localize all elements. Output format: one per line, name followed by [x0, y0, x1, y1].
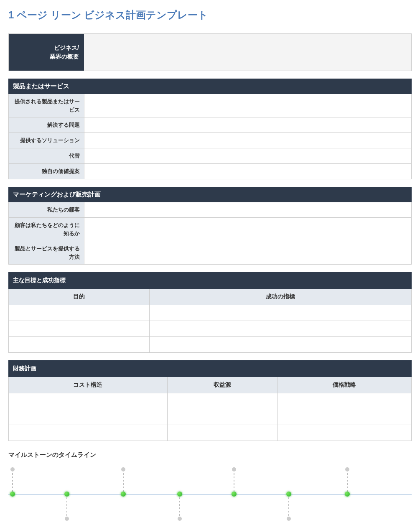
financial-cell[interactable]	[9, 393, 168, 409]
financial-cell[interactable]	[277, 393, 411, 409]
objectives-cell[interactable]	[150, 337, 412, 353]
marketing-sales-header: マーケティングおよび販売計画	[8, 187, 412, 202]
milestone-stem	[179, 494, 180, 518]
product-service-section: 製品またはサービス 提供される製品またはサービス解決する問題提供するソリューショ…	[8, 79, 412, 179]
financial-col-2: 価格戦略	[277, 377, 411, 393]
financial-section: 財務計画 コスト構造 収益源 価格戦略	[8, 360, 412, 441]
overview-value[interactable]	[84, 34, 411, 71]
product-service-row-label: 提供される製品またはサービス	[9, 94, 84, 117]
milestone-stem	[347, 470, 348, 494]
milestone-end-dot	[121, 467, 125, 471]
financial-col-0: コスト構造	[9, 377, 168, 393]
financial-header: 財務計画	[9, 361, 412, 377]
milestone-stem	[234, 470, 234, 494]
page-title: 1 ページ リーン ビジネス計画テンプレート	[8, 8, 412, 22]
objectives-cell[interactable]	[9, 321, 150, 337]
product-service-row: 提供するソリューション	[8, 133, 412, 148]
objectives-col-0: 目的	[9, 289, 150, 305]
milestone-timeline	[8, 466, 412, 524]
milestone-point-icon	[10, 492, 15, 497]
financial-cell[interactable]	[9, 409, 168, 425]
milestone-stem	[288, 494, 289, 518]
financial-cell[interactable]	[277, 409, 411, 425]
marketing-sales-row-label: 顧客は私たちをどのように知るか	[9, 218, 84, 241]
marketing-sales-row: 製品とサービスを提供する方法	[8, 241, 412, 265]
milestone-point-icon	[64, 492, 69, 497]
product-service-row-value[interactable]	[84, 94, 411, 117]
milestone-end-dot	[10, 467, 15, 471]
marketing-sales-row-value[interactable]	[84, 202, 411, 217]
financial-cell[interactable]	[167, 409, 277, 425]
financial-cell[interactable]	[167, 425, 277, 441]
financial-row	[9, 409, 412, 425]
product-service-row-value[interactable]	[84, 164, 411, 179]
marketing-sales-section: マーケティングおよび販売計画 私たちの顧客顧客は私たちをどのように知るか製品とサ…	[8, 187, 412, 265]
financial-row	[9, 425, 412, 441]
product-service-row-label: 解決する問題	[9, 117, 84, 132]
objectives-header: 主な目標と成功指標	[9, 273, 412, 289]
financial-col-1: 収益源	[167, 377, 277, 393]
product-service-row-label: 提供するソリューション	[9, 133, 84, 148]
marketing-sales-row: 顧客は私たちをどのように知るか	[8, 218, 412, 241]
product-service-row-value[interactable]	[84, 148, 411, 163]
marketing-sales-row-label: 製品とサービスを提供する方法	[9, 241, 84, 264]
milestone-end-dot	[287, 517, 291, 521]
objectives-row	[9, 337, 412, 353]
timeline-title: マイルストーンのタイムライン	[8, 451, 412, 459]
milestone-point-icon	[121, 492, 126, 497]
product-service-row-label: 代替	[9, 148, 84, 163]
marketing-sales-row-label: 私たちの顧客	[9, 202, 84, 217]
marketing-sales-row-value[interactable]	[84, 241, 411, 264]
objectives-cell[interactable]	[9, 305, 150, 321]
milestone-end-dot	[232, 467, 236, 471]
milestone-stem	[66, 494, 67, 518]
milestone-stem	[123, 470, 124, 494]
objectives-section: 主な目標と成功指標 目的 成功の指標	[8, 272, 412, 353]
financial-row	[9, 393, 412, 409]
product-service-row: 独自の価値提案	[8, 164, 412, 179]
objectives-row	[9, 321, 412, 337]
milestone-point-icon	[345, 492, 350, 497]
financial-cell[interactable]	[9, 425, 168, 441]
objectives-cell[interactable]	[9, 337, 150, 353]
product-service-header: 製品またはサービス	[8, 79, 412, 94]
marketing-sales-row: 私たちの顧客	[8, 202, 412, 218]
objectives-cell[interactable]	[150, 321, 412, 337]
milestone-end-dot	[345, 467, 349, 471]
product-service-row: 解決する問題	[8, 117, 412, 133]
milestone-point-icon	[232, 492, 237, 497]
overview-section: ビジネス/業界の概要	[8, 33, 412, 71]
product-service-row-value[interactable]	[84, 117, 411, 132]
milestone-point-icon	[177, 492, 182, 497]
product-service-row-label: 独自の価値提案	[9, 164, 84, 179]
milestone-stem	[12, 470, 13, 494]
milestone-end-dot	[65, 517, 69, 521]
objectives-cell[interactable]	[150, 305, 412, 321]
milestone-end-dot	[178, 517, 182, 521]
objectives-row	[9, 305, 412, 321]
objectives-col-1: 成功の指標	[150, 289, 412, 305]
product-service-row: 提供される製品またはサービス	[8, 94, 412, 117]
product-service-row-value[interactable]	[84, 133, 411, 148]
marketing-sales-row-value[interactable]	[84, 218, 411, 241]
product-service-row: 代替	[8, 148, 412, 164]
overview-label: ビジネス/業界の概要	[9, 34, 84, 71]
milestone-point-icon	[286, 492, 291, 497]
financial-cell[interactable]	[167, 393, 277, 409]
financial-cell[interactable]	[277, 425, 411, 441]
